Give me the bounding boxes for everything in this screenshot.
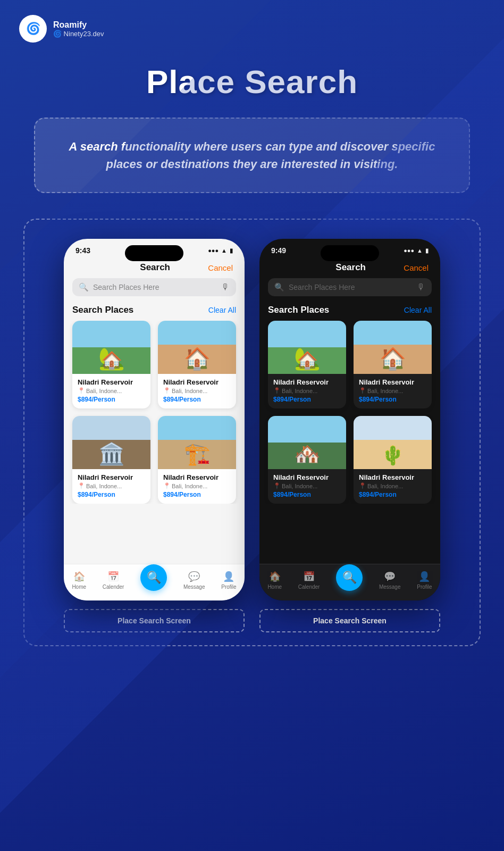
nav-message-dark[interactable]: 💬 Message	[379, 571, 401, 590]
section-header-dark: Search Places Clear All	[259, 305, 440, 321]
place-info-dark-4: Niladri Reservoir 📍 Bali, Indone... $894…	[354, 469, 432, 504]
nav-message-light[interactable]: 💬 Message	[183, 571, 205, 590]
search-icon-light: 🔍	[79, 282, 89, 292]
place-img-dark-4	[354, 416, 432, 469]
description-box: A search functionality where users can t…	[34, 118, 470, 193]
place-price-dark-4: $894/Person	[359, 491, 426, 498]
place-card-dark-4[interactable]: Niladri Reservoir 📍 Bali, Indone... $894…	[354, 416, 432, 504]
places-grid-light: Niladri Reservoir 📍 Bali, Indone... $894…	[64, 321, 245, 504]
place-info-dark-3: Niladri Reservoir 📍 Bali, Indone... $894…	[268, 469, 346, 504]
nav-home-light[interactable]: 🏠 Home	[72, 571, 86, 590]
place-card-light-4[interactable]: Niladri Reservoir 📍 Bali, Indone... $894…	[158, 416, 236, 504]
search-fab-light[interactable]: 🔍	[140, 564, 167, 591]
place-location-light-4: 📍 Bali, Indone...	[163, 482, 231, 489]
signal-icon: ●●●	[208, 247, 219, 254]
header: 🌀 Roamify 🌀 Ninety23.dev	[0, 0, 504, 57]
place-price-dark-1: $894/Person	[273, 396, 341, 403]
nav-title-light: Search	[102, 262, 208, 273]
location-icon: 📍	[78, 387, 85, 394]
location-icon: 📍	[163, 387, 171, 394]
search-bar-light[interactable]: 🔍 Search Places Here 🎙	[72, 278, 236, 296]
calendar-icon-dark: 📅	[303, 571, 315, 582]
place-card-light-2[interactable]: Niladri Reservoir 📍 Bali, Indone... $894…	[158, 321, 236, 408]
nav-profile-light[interactable]: 👤 Profile	[221, 571, 236, 590]
brand-info: Roamify 🌀 Ninety23.dev	[53, 20, 104, 38]
section-title-dark: Search Places	[268, 305, 329, 315]
place-info-dark-1: Niladri Reservoir 📍 Bali, Indone... $894…	[268, 374, 346, 408]
place-img-light-4	[158, 416, 236, 469]
place-location-light-2: 📍 Bali, Indone...	[163, 387, 231, 394]
logo: 🌀	[19, 15, 47, 43]
place-location-light-3: 📍 Bali, Indone...	[78, 482, 145, 489]
battery-icon-dark: ▮	[425, 247, 429, 254]
place-price-dark-3: $894/Person	[273, 491, 341, 498]
search-fab-dark[interactable]: 🔍	[336, 564, 363, 591]
phone-dark: 9:49 ●●● ▲ ▮ Search Cancel 🔍 Search Plac…	[259, 239, 440, 600]
message-icon-dark: 💬	[384, 571, 396, 582]
nav-calendar-dark[interactable]: 📅 Calender	[298, 571, 320, 590]
section-title-light: Search Places	[72, 305, 133, 315]
place-card-dark-2[interactable]: Niladri Reservoir 📍 Bali, Indone... $894…	[354, 321, 432, 408]
cancel-btn-light[interactable]: Cancel	[208, 263, 233, 272]
page-title: Place Search	[0, 63, 504, 101]
caption-light: Place Search Screen	[64, 609, 245, 632]
place-img-light-1	[72, 321, 150, 374]
status-icons-dark: ●●● ▲ ▮	[404, 247, 429, 254]
signal-icon-dark: ●●●	[404, 247, 414, 254]
place-price-light-1: $894/Person	[78, 396, 145, 403]
nav-home-dark[interactable]: 🏠 Home	[267, 571, 282, 590]
place-location-light-1: 📍 Bali, Indone...	[78, 387, 145, 394]
brand-name: Roamify	[53, 20, 104, 30]
battery-icon: ▮	[230, 247, 233, 254]
profile-icon-dark: 👤	[418, 571, 430, 582]
place-card-light-1[interactable]: Niladri Reservoir 📍 Bali, Indone... $894…	[72, 321, 150, 408]
clear-btn-dark[interactable]: Clear All	[404, 306, 432, 314]
clear-btn-light[interactable]: Clear All	[208, 306, 236, 314]
place-name-light-2: Niladri Reservoir	[163, 378, 231, 386]
location-icon: 📍	[359, 482, 366, 489]
search-placeholder-dark: Search Places Here	[289, 283, 413, 291]
nav-search-dark[interactable]: 🔍	[336, 570, 363, 591]
place-name-dark-4: Niladri Reservoir	[359, 473, 426, 481]
bottom-nav-light: 🏠 Home 📅 Calender 🔍 💬 Message 👤 Profile	[64, 564, 245, 600]
cancel-btn-dark[interactable]: Cancel	[404, 263, 429, 272]
place-card-light-3[interactable]: Niladri Reservoir 📍 Bali, Indone... $894…	[72, 416, 150, 504]
phone-light-wrapper: 9:43 ●●● ▲ ▮ Search Cancel 🔍 Search Plac…	[64, 239, 245, 632]
caption-dark: Place Search Screen	[259, 609, 440, 632]
nav-calendar-light[interactable]: 📅 Calender	[103, 571, 124, 590]
place-name-light-3: Niladri Reservoir	[78, 473, 145, 481]
calendar-label-light: Calender	[103, 584, 124, 590]
search-placeholder-light: Search Places Here	[93, 283, 217, 291]
profile-label-dark: Profile	[417, 584, 432, 590]
search-icon-dark: 🔍	[274, 282, 284, 292]
message-label-dark: Message	[379, 584, 401, 590]
search-bar-dark[interactable]: 🔍 Search Places Here 🎙	[268, 278, 432, 296]
place-info-light-3: Niladri Reservoir 📍 Bali, Indone... $894…	[72, 469, 150, 504]
status-icons-light: ●●● ▲ ▮	[208, 247, 233, 254]
place-img-dark-2	[354, 321, 432, 374]
mic-icon-light[interactable]: 🎙	[221, 282, 230, 292]
place-img-light-2	[158, 321, 236, 374]
place-img-light-3	[72, 416, 150, 469]
mic-icon-dark[interactable]: 🎙	[417, 282, 425, 292]
location-icon: 📍	[273, 387, 281, 394]
place-img-dark-3	[268, 416, 346, 469]
wifi-icon-dark: ▲	[417, 247, 423, 254]
place-info-light-4: Niladri Reservoir 📍 Bali, Indone... $894…	[158, 469, 236, 504]
place-price-light-2: $894/Person	[163, 396, 231, 403]
profile-label-light: Profile	[221, 584, 236, 590]
place-info-light-2: Niladri Reservoir 📍 Bali, Indone... $894…	[158, 374, 236, 408]
nav-profile-dark[interactable]: 👤 Profile	[417, 571, 432, 590]
place-info-light-1: Niladri Reservoir 📍 Bali, Indone... $894…	[72, 374, 150, 408]
phones-container: 9:43 ●●● ▲ ▮ Search Cancel 🔍 Search Plac…	[23, 219, 481, 646]
status-time-light: 9:43	[75, 246, 90, 255]
location-icon: 📍	[359, 387, 366, 394]
place-card-dark-1[interactable]: Niladri Reservoir 📍 Bali, Indone... $894…	[268, 321, 346, 408]
home-label-light: Home	[72, 584, 86, 590]
places-grid-dark: Niladri Reservoir 📍 Bali, Indone... $894…	[259, 321, 440, 504]
place-location-dark-2: 📍 Bali, Indone...	[359, 387, 426, 394]
nav-search-light[interactable]: 🔍	[140, 570, 167, 591]
profile-icon-light: 👤	[223, 571, 234, 582]
calendar-icon-light: 📅	[107, 571, 119, 582]
place-card-dark-3[interactable]: Niladri Reservoir 📍 Bali, Indone... $894…	[268, 416, 346, 504]
